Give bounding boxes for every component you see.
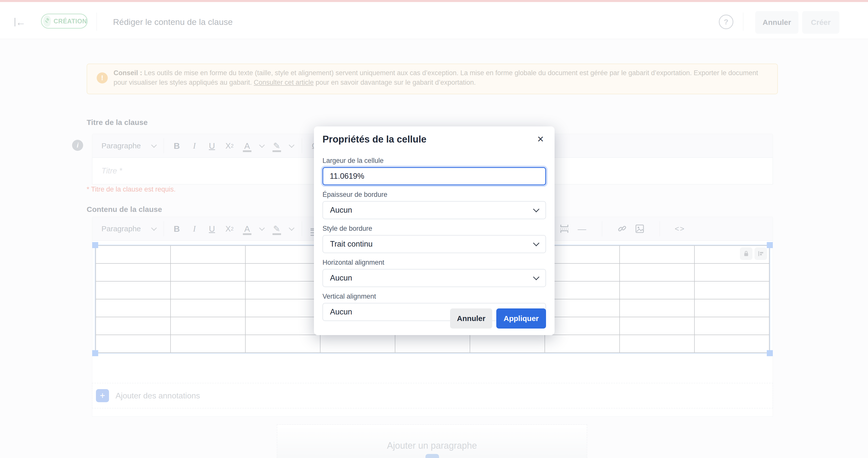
cell-width-label: Largeur de la cellule [322,157,546,165]
close-icon[interactable]: × [534,133,547,146]
vertical-alignment-value: Aucun [330,308,352,316]
chevron-down-icon [533,274,539,280]
border-width-label: Épaisseur de bordure [322,191,546,199]
horizontal-alignment-value: Aucun [330,274,352,283]
border-style-label: Style de bordure [322,225,546,232]
cell-properties-modal: Propriétés de la cellule × Largeur de la… [314,126,555,335]
horizontal-alignment-label: Horizontal alignment [322,259,546,266]
border-width-select[interactable]: Aucun [322,201,546,219]
chevron-down-icon [533,240,539,246]
page: ← CRÉATION Rédiger le contenu de la clau… [0,0,868,458]
cell-width-input[interactable] [322,167,546,185]
horizontal-alignment-select[interactable]: Aucun [322,269,546,287]
border-style-value: Trait continu [330,239,372,249]
modal-apply-button[interactable]: Appliquer [496,309,546,328]
modal-cancel-button[interactable]: Annuler [450,309,492,328]
border-style-select[interactable]: Trait continu [322,235,546,253]
chevron-down-icon [533,206,539,212]
vertical-alignment-label: Vertical alignment [322,293,546,300]
border-width-value: Aucun [330,206,352,215]
modal-title: Propriétés de la cellule [322,134,546,145]
